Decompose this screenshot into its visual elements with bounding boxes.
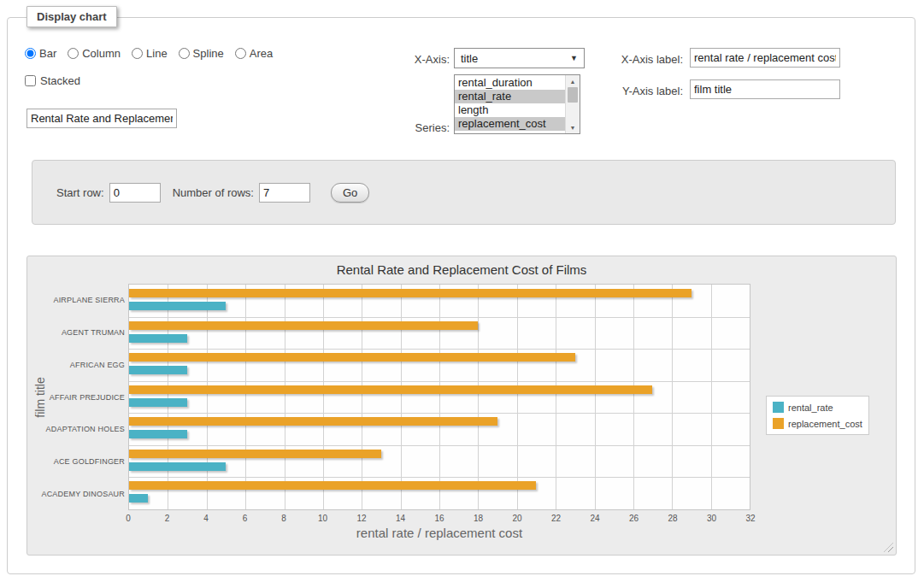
- y-category-label: AGENT TRUMAN: [50, 316, 125, 349]
- bar-group: [129, 349, 750, 381]
- radio-label: Line: [146, 47, 168, 60]
- x-tick-label: 0: [126, 514, 131, 523]
- bar-replacement_cost: [129, 481, 536, 490]
- y-axis-label-input[interactable]: [690, 79, 840, 99]
- scroll-down-icon[interactable]: ▼: [566, 121, 580, 133]
- bar-replacement_cost: [129, 385, 652, 394]
- plot-area: [128, 284, 750, 510]
- x-tick-label: 8: [281, 514, 286, 523]
- bar-group: [129, 381, 750, 414]
- chart-title: Rental Rate and Replacement Cost of Film…: [27, 262, 896, 277]
- chart-type-option-area: Area: [235, 47, 273, 60]
- bar-rental_rate: [129, 430, 187, 438]
- stacked-option: Stacked: [25, 74, 80, 87]
- x-axis-label-field-label: X-Axis label:: [559, 53, 683, 66]
- legend-item: replacement_cost: [773, 418, 862, 429]
- series-option-length[interactable]: length: [455, 103, 565, 117]
- x-tick-label: 4: [203, 514, 209, 523]
- y-axis-title-text: film title: [33, 377, 47, 417]
- bar-replacement_cost: [129, 353, 575, 362]
- bar-rental_rate: [129, 462, 226, 471]
- y-axis-title: film title: [29, 284, 51, 510]
- x-tick-label: 26: [629, 514, 639, 523]
- radio-column[interactable]: [68, 48, 79, 59]
- x-tick-label: 14: [396, 514, 405, 523]
- bar-group: [129, 285, 750, 317]
- legend-swatch: [773, 418, 784, 429]
- bar-group: [129, 413, 750, 445]
- series-option-rental_rate[interactable]: rental_rate: [455, 90, 565, 103]
- x-axis-selected-value: title: [461, 52, 478, 65]
- bar-rental_rate: [129, 494, 148, 503]
- radio-bar[interactable]: [25, 48, 36, 59]
- x-axis-title: rental rate / replacement cost: [128, 526, 750, 540]
- y-category-label: AFFAIR PREJUDICE: [50, 381, 125, 414]
- resize-handle-icon[interactable]: [884, 543, 893, 552]
- radio-area[interactable]: [235, 48, 246, 59]
- x-tick-label: 22: [551, 514, 561, 523]
- chart-type-option-column: Column: [68, 47, 121, 60]
- radio-label: Area: [250, 47, 273, 60]
- y-category-label: ACE GOLDFINGER: [50, 445, 125, 478]
- x-tick-label: 16: [434, 514, 444, 523]
- bar-replacement_cost: [129, 417, 497, 426]
- chart-type-radios: BarColumnLineSplineArea: [25, 47, 273, 60]
- x-tick-label: 30: [707, 514, 716, 523]
- bars-layer: [129, 285, 750, 509]
- bar-group: [129, 445, 750, 478]
- bar-replacement_cost: [129, 321, 478, 330]
- x-tick-label: 20: [512, 514, 521, 523]
- stacked-checkbox[interactable]: [25, 75, 36, 86]
- chart-type-option-line: Line: [132, 47, 168, 60]
- series-listbox[interactable]: rental_durationrental_ratelengthreplacem…: [454, 74, 580, 134]
- y-category-label: ADAPTATION HOLES: [50, 413, 125, 445]
- y-category-labels: AIRPLANE SIERRAAGENT TRUMANAFRICAN EGGAF…: [50, 284, 125, 510]
- rows-panel: Start row: Number of rows: Go: [32, 160, 896, 225]
- radio-label: Bar: [39, 47, 56, 60]
- bar-replacement_cost: [129, 450, 381, 458]
- start-row-input[interactable]: [109, 183, 161, 203]
- radio-line[interactable]: [132, 48, 143, 59]
- series-option-replacement_cost[interactable]: replacement_cost: [455, 117, 565, 131]
- x-tick-label: 32: [745, 514, 755, 523]
- y-category-label: AFRICAN EGG: [50, 349, 125, 381]
- panel-title: Display chart: [26, 6, 117, 27]
- series-field-label: Series:: [375, 121, 450, 134]
- legend-label: rental_rate: [788, 403, 833, 413]
- x-tick-label: 10: [318, 514, 327, 523]
- chart-type-option-bar: Bar: [25, 47, 56, 60]
- go-button[interactable]: Go: [331, 183, 369, 203]
- radio-spline[interactable]: [179, 48, 190, 59]
- x-axis-label-input[interactable]: [690, 48, 840, 68]
- radio-label: Column: [82, 47, 121, 60]
- scroll-track[interactable]: [566, 103, 580, 121]
- bar-group: [129, 477, 750, 509]
- x-tick-label: 6: [243, 514, 248, 523]
- x-tick-label: 28: [668, 514, 677, 523]
- legend-swatch: [773, 402, 784, 413]
- legend-item: rental_rate: [773, 402, 862, 413]
- stacked-label: Stacked: [40, 74, 80, 87]
- x-tick-label: 2: [165, 514, 170, 523]
- start-row-label: Start row:: [56, 186, 104, 199]
- x-axis-field-label: X-Axis:: [375, 53, 450, 66]
- y-category-label: ACADEMY DINOSAUR: [50, 478, 125, 510]
- legend-label: replacement_cost: [788, 419, 862, 429]
- bar-group: [129, 317, 750, 350]
- series-option-rental_duration[interactable]: rental_duration: [455, 76, 565, 90]
- chart-title-input[interactable]: [26, 109, 177, 128]
- num-rows-label: Number of rows:: [173, 186, 254, 199]
- display-chart-panel: Display chart BarColumnLineSplineArea St…: [7, 17, 915, 574]
- x-tick-label: 12: [356, 514, 366, 523]
- num-rows-input[interactable]: [259, 183, 310, 203]
- chart-panel: Rental Rate and Replacement Cost of Film…: [26, 256, 897, 556]
- series-options: rental_durationrental_ratelengthreplacem…: [455, 75, 565, 133]
- chart-type-option-spline: Spline: [179, 47, 224, 60]
- bar-replacement_cost: [129, 289, 692, 297]
- bar-rental_rate: [129, 334, 187, 343]
- y-axis-label-field-label: Y-Axis label:: [559, 85, 683, 97]
- chart-legend: rental_ratereplacement_cost: [766, 396, 869, 435]
- y-category-label: AIRPLANE SIERRA: [50, 284, 125, 316]
- bar-rental_rate: [129, 302, 226, 310]
- x-tick-label: 24: [590, 514, 599, 523]
